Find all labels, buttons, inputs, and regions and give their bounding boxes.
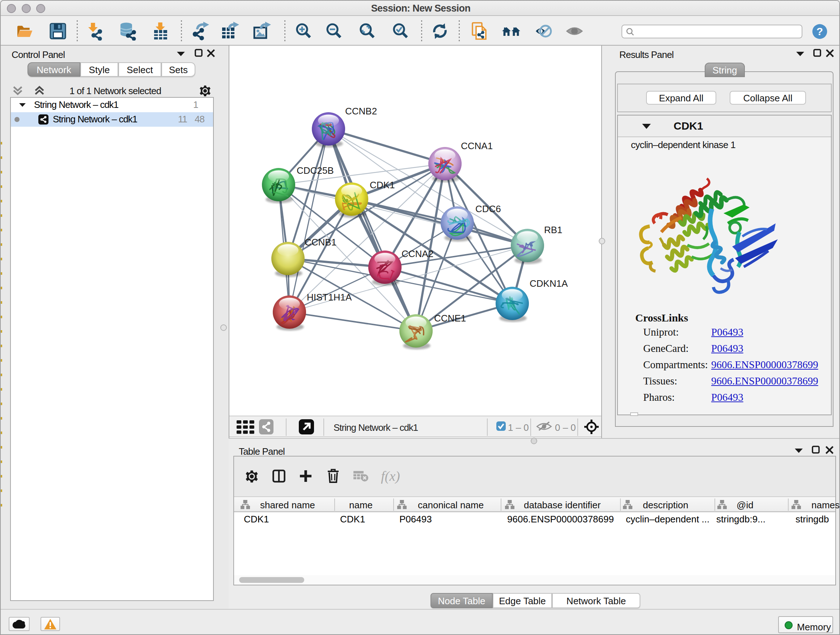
svg-text:CCNA1: CCNA1 (461, 141, 493, 151)
svg-text:CCNA2: CCNA2 (401, 249, 433, 259)
svg-text:CDK1: CDK1 (370, 180, 395, 190)
svg-text:RB1: RB1 (544, 225, 562, 235)
svg-text:CCNB2: CCNB2 (345, 106, 377, 117)
svg-text:CDC6: CDC6 (475, 203, 501, 214)
svg-text:CDKN1A: CDKN1A (530, 278, 568, 289)
svg-text:?: ? (816, 25, 823, 37)
svg-text:CCNE1: CCNE1 (434, 313, 466, 324)
svg-text:CCNB1: CCNB1 (305, 237, 336, 248)
svg-text:CDC25B: CDC25B (297, 165, 334, 176)
svg-text:HIST1H1A: HIST1H1A (307, 292, 352, 302)
